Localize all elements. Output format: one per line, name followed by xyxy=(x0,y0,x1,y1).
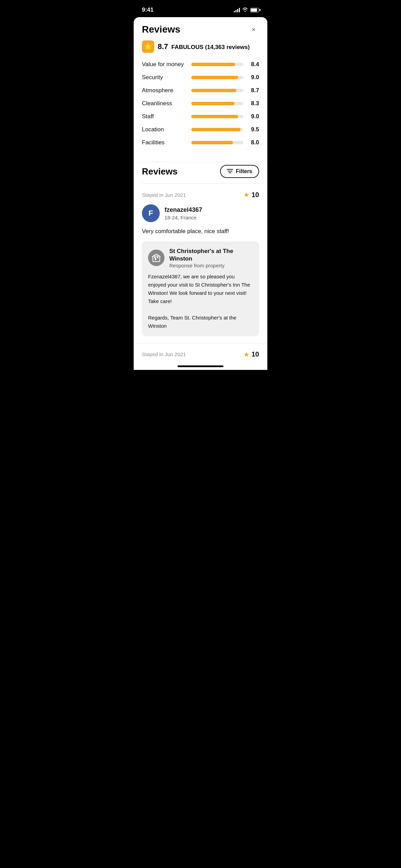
rating-bar-fill xyxy=(191,89,236,92)
reviewer-info: F fzenazel4367 18-24, France xyxy=(142,204,259,222)
property-name: St Christopher's at The Winston xyxy=(169,248,253,263)
rating-bar-container xyxy=(191,115,243,118)
review-text: Very comfortable place, nice staff! xyxy=(142,227,259,236)
bottom-preview-date: Stayed in Jun 2021 xyxy=(142,351,186,357)
review-card: Stayed in Jun 2021 ★ 10 F fzenazel4367 1… xyxy=(134,184,267,343)
reviewer-name: fzenazel4367 xyxy=(165,206,202,214)
rating-value: 8.0 xyxy=(248,139,259,146)
status-bar: 9:41 xyxy=(134,0,267,17)
reviewer-avatar: F xyxy=(142,204,160,222)
ratings-section: Value for money 8.4 Security 9.0 Atmosph… xyxy=(134,58,267,160)
bottom-score-value: 10 xyxy=(252,350,259,358)
rating-value: 8.7 xyxy=(248,87,259,94)
rating-bar-fill xyxy=(191,115,238,118)
rating-label: Atmosphere xyxy=(142,87,186,94)
rating-label: Staff xyxy=(142,113,186,120)
rating-row-security: Security 9.0 xyxy=(142,74,259,81)
review-score-value: 10 xyxy=(252,191,259,199)
rating-row-atmosphere: Atmosphere 8.7 xyxy=(142,87,259,94)
rating-row-value-for-money: Value for money 8.4 xyxy=(142,61,259,68)
rating-bar-container xyxy=(191,141,243,144)
rating-label: Security xyxy=(142,74,186,81)
reviews-section-header: Reviews Filters xyxy=(134,162,267,183)
response-header: St Christopher's at The Winston Response… xyxy=(148,248,253,268)
review-date: Stayed in Jun 2021 xyxy=(142,192,186,198)
close-button[interactable]: × xyxy=(248,24,259,35)
rating-row-staff: Staff 9.0 xyxy=(142,113,259,120)
rating-label: Facilities xyxy=(142,139,186,146)
rating-label: Cleanliness xyxy=(142,100,186,107)
rating-value: 9.5 xyxy=(248,126,259,133)
rating-bar-fill xyxy=(191,141,233,144)
rating-value: 8.4 xyxy=(248,61,259,68)
rating-bar-fill xyxy=(191,128,241,131)
overall-label: FABULOUS (14,363 reviews) xyxy=(171,44,250,50)
rating-bar-container xyxy=(191,89,243,92)
reviewer-location: 18-24, France xyxy=(165,215,202,220)
response-card: St Christopher's at The Winston Response… xyxy=(142,241,259,336)
svg-rect-5 xyxy=(157,257,158,258)
svg-rect-4 xyxy=(155,258,156,260)
svg-rect-6 xyxy=(154,257,156,258)
rating-label: Value for money xyxy=(142,61,186,68)
overall-rating-row: ⭐ 8.7 FABULOUS (14,363 reviews) xyxy=(134,40,267,58)
reviews-modal: Reviews × ⭐ 8.7 FABULOUS (14,363 reviews… xyxy=(134,17,267,370)
rating-bar-container xyxy=(191,128,243,131)
overall-score: 8.7 xyxy=(158,42,168,51)
wifi-icon xyxy=(242,7,248,13)
modal-title: Reviews xyxy=(142,24,180,35)
review-score: ★ 10 xyxy=(243,191,259,199)
bottom-preview-row: Stayed in Jun 2021 ★ 10 xyxy=(134,343,267,361)
property-avatar xyxy=(148,250,165,266)
filters-button-label: Filters xyxy=(236,168,252,174)
bottom-star-icon: ★ xyxy=(243,350,250,359)
rating-row-facilities: Facilities 8.0 xyxy=(142,139,259,146)
review-meta: Stayed in Jun 2021 ★ 10 xyxy=(142,191,259,199)
response-from-label: Response from property xyxy=(169,263,253,268)
rating-bar-container xyxy=(191,102,243,105)
overall-star-badge: ⭐ xyxy=(142,40,154,53)
overall-rating-text: 8.7 FABULOUS (14,363 reviews) xyxy=(158,42,250,51)
filter-icon xyxy=(227,169,233,174)
rating-value: 8.3 xyxy=(248,100,259,107)
bottom-preview-score: ★ 10 xyxy=(243,350,259,359)
rating-bar-fill xyxy=(191,76,238,79)
status-time: 9:41 xyxy=(142,7,154,13)
rating-bar-fill xyxy=(191,63,235,66)
status-icons xyxy=(234,7,259,13)
rating-row-location: Location 9.5 xyxy=(142,126,259,133)
rating-label: Location xyxy=(142,126,186,133)
rating-value: 9.0 xyxy=(248,113,259,120)
battery-icon xyxy=(250,8,259,12)
home-indicator xyxy=(178,365,223,367)
response-text: Fzenazel4367, we are so pleased you enjo… xyxy=(148,273,253,330)
signal-icon xyxy=(234,8,240,12)
reviewer-details: fzenazel4367 18-24, France xyxy=(165,206,202,220)
rating-row-cleanliness: Cleanliness 8.3 xyxy=(142,100,259,107)
filters-button[interactable]: Filters xyxy=(220,165,259,178)
rating-bar-fill xyxy=(191,102,234,105)
property-info: St Christopher's at The Winston Response… xyxy=(169,248,253,268)
review-star-icon: ★ xyxy=(243,191,250,199)
rating-value: 9.0 xyxy=(248,74,259,81)
reviews-section-title: Reviews xyxy=(142,166,178,177)
rating-bar-container xyxy=(191,63,243,66)
modal-header: Reviews × xyxy=(134,17,267,40)
rating-bar-container xyxy=(191,76,243,79)
